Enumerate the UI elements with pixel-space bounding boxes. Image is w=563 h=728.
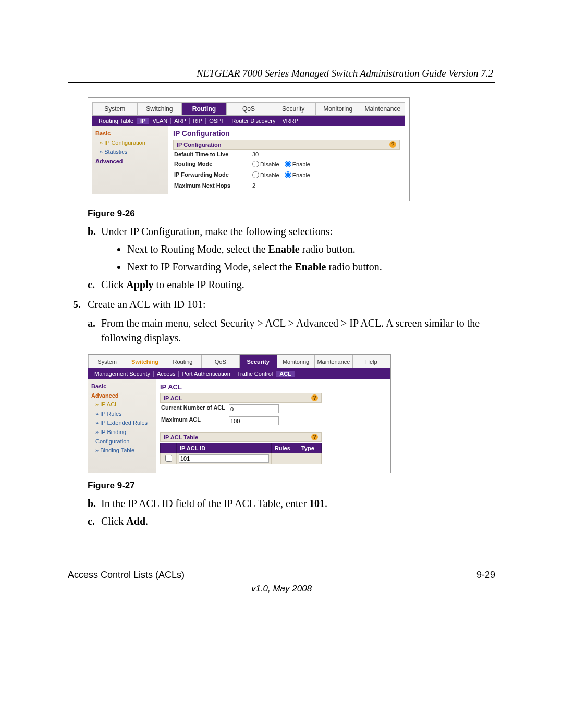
ttl-label: Default Time to Live [174, 151, 252, 157]
ip-acl-table: IP ACL ID Rules Type [160, 443, 322, 464]
max-hops-label: Maximum Next Hops [174, 182, 252, 189]
tab-switching[interactable]: Switching [126, 355, 164, 368]
main-tabs: System Switching Routing QoS Security Mo… [92, 102, 405, 116]
subnav-rip[interactable]: RIP [190, 118, 206, 124]
tab-routing[interactable]: Routing [182, 103, 227, 115]
footer-version: v1.0, May 2008 [68, 584, 495, 594]
figure-9-26-caption: Figure 9-26 [88, 208, 495, 219]
help-icon[interactable]: ? [311, 434, 318, 440]
sidenav-ip-binding[interactable]: » IP Binding Configuration [91, 428, 154, 446]
sidenav-ip-acl[interactable]: » IP ACL [91, 400, 154, 410]
table-row [161, 453, 322, 464]
tab-monitoring[interactable]: Monitoring [277, 355, 315, 368]
current-acl-label: Current Number of ACL [161, 404, 229, 413]
subnav-acl[interactable]: ACL [276, 371, 295, 377]
sidenav-basic[interactable]: Basic [91, 382, 154, 391]
step-5c: c. Click Add. [88, 514, 495, 528]
figure-9-27-screenshot: System Switching Routing QoS Security Mo… [88, 354, 391, 473]
header-rule [68, 82, 495, 83]
tab-qos[interactable]: QoS [227, 103, 272, 115]
subnav-mgmt-security[interactable]: Management Security [91, 371, 154, 377]
fwd-disable-radio[interactable]: Disable [252, 171, 279, 178]
tab-monitoring[interactable]: Monitoring [316, 103, 361, 115]
sidenav-binding-table[interactable]: » Binding Table [91, 446, 154, 455]
subnav-router-discovery[interactable]: Router Discovery [228, 118, 279, 124]
subnav-routing-table[interactable]: Routing Table [95, 118, 137, 124]
routing-mode-label: Routing Mode [174, 161, 252, 168]
max-acl-input[interactable] [229, 416, 279, 425]
step-b-text: Under IP Configuration, make the followi… [101, 226, 333, 237]
ip-acl-table-section-header: IP ACL Table ? [160, 432, 322, 442]
tab-maintenance[interactable]: Maintenance [360, 103, 405, 115]
section-header: IP Configuration ? [173, 140, 400, 150]
sidenav-advanced[interactable]: Advanced [95, 157, 166, 166]
sub-nav: Routing Table IP VLAN ARP RIP OSPF Route… [92, 116, 405, 126]
sidenav-basic[interactable]: Basic [95, 129, 166, 139]
sidenav-ip-rules[interactable]: » IP Rules [91, 410, 154, 419]
step-5a: a. From the main menu, select Security >… [88, 316, 495, 345]
max-hops-value: 2 [252, 182, 399, 189]
routing-enable-radio[interactable]: Enable [285, 161, 310, 167]
subnav-vrrp[interactable]: VRRP [279, 118, 302, 124]
radio-label: Disable [260, 161, 279, 167]
radio-label: Enable [292, 161, 310, 167]
tab-routing[interactable]: Routing [164, 355, 202, 368]
tab-help[interactable]: Help [353, 355, 390, 368]
sub-nav-2: Management Security Access Port Authenti… [88, 368, 390, 379]
step-c: c. Click Apply to enable IP Routing. [88, 277, 495, 292]
th-ip-acl-id: IP ACL ID [177, 443, 272, 453]
subnav-traffic-control[interactable]: Traffic Control [234, 371, 276, 377]
subnav-vlan[interactable]: VLAN [149, 118, 171, 124]
ttl-value: 30 [252, 151, 399, 157]
footer-left: Access Control Lists (ACLs) [68, 570, 185, 581]
step-5b: b. In the IP ACL ID field of the IP ACL … [88, 496, 495, 511]
step-b: b. Under IP Configuration, make the foll… [88, 224, 495, 274]
document-header: NETGEAR 7000 Series Managed Switch Admin… [68, 68, 495, 79]
bullet-forwarding-mode: Next to IP Forwarding Mode, select the E… [127, 260, 495, 274]
max-acl-label: Maximum ACL [161, 416, 229, 425]
section-title: IP Configuration [177, 142, 221, 148]
subnav-ip[interactable]: IP [137, 118, 149, 124]
tab-system[interactable]: System [93, 103, 138, 115]
routing-disable-radio[interactable]: Disable [252, 161, 279, 167]
sidenav-ip-extended-rules[interactable]: » IP Extended Rules [91, 418, 154, 428]
bullet-routing-mode: Next to Routing Mode, select the Enable … [127, 242, 495, 256]
current-acl-input[interactable] [229, 404, 279, 413]
sidenav-advanced[interactable]: Advanced [91, 391, 154, 401]
th-rules: Rules [271, 443, 298, 453]
main-tabs-2: System Switching Routing QoS Security Mo… [88, 355, 390, 368]
sidenav-ip-configuration[interactable]: » IP Configuration [95, 139, 166, 148]
step-5a-text: From the main menu, select Security > AC… [101, 317, 480, 343]
subnav-arp[interactable]: ARP [171, 118, 190, 124]
ip-acl-section-title: IP ACL [164, 395, 182, 401]
content-title: IP Configuration [173, 129, 400, 138]
help-icon[interactable]: ? [389, 141, 396, 148]
tab-maintenance[interactable]: Maintenance [315, 355, 352, 368]
th-type: Type [298, 443, 321, 453]
help-icon[interactable]: ? [311, 394, 318, 401]
step-5-intro: Create an ACL with ID 101: [88, 299, 205, 310]
figure-9-26-screenshot: System Switching Routing QoS Security Mo… [88, 97, 410, 201]
radio-label: Enable [292, 172, 310, 178]
subnav-port-auth[interactable]: Port Authentication [179, 371, 234, 377]
sidenav-statistics[interactable]: » Statistics [95, 147, 166, 157]
tab-security[interactable]: Security [271, 103, 316, 115]
side-nav-2: Basic Advanced » IP ACL » IP Rules » IP … [88, 379, 156, 473]
ip-acl-id-input[interactable] [179, 454, 269, 463]
tab-qos[interactable]: QoS [202, 355, 239, 368]
fwd-enable-radio[interactable]: Enable [285, 171, 310, 178]
figure-9-27-caption: Figure 9-27 [88, 480, 495, 491]
subnav-access[interactable]: Access [154, 371, 179, 377]
tab-switching[interactable]: Switching [138, 103, 182, 115]
radio-label: Disable [260, 172, 279, 178]
row-select-checkbox[interactable] [165, 455, 172, 462]
tab-system[interactable]: System [89, 355, 126, 368]
footer-rule [68, 565, 495, 565]
subnav-ospf[interactable]: OSPF [206, 118, 228, 124]
tab-security[interactable]: Security [240, 355, 277, 368]
ip-acl-table-title: IP ACL Table [164, 434, 198, 440]
content-title-2: IP ACL [160, 383, 386, 391]
side-nav: Basic » IP Configuration » Statistics Ad… [92, 126, 168, 194]
footer-right: 9-29 [476, 570, 495, 581]
ip-acl-section-header: IP ACL ? [160, 393, 322, 403]
